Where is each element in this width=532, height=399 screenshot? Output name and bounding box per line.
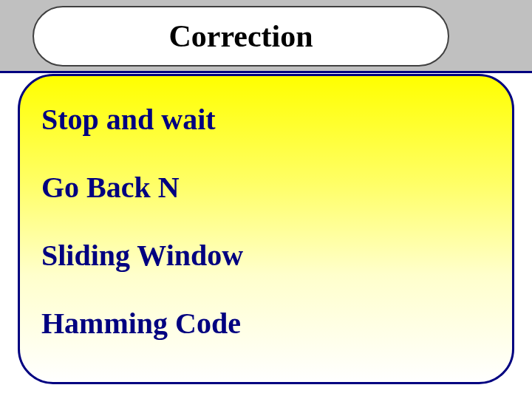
title-lozenge: Correction	[33, 6, 449, 66]
list-item: Go Back N	[41, 171, 485, 204]
list-item: Hamming Code	[41, 307, 485, 340]
item-list: Stop and wait Go Back N Sliding Window H…	[41, 103, 485, 375]
list-item: Stop and wait	[41, 103, 485, 136]
list-item: Sliding Window	[41, 239, 485, 272]
header-underline	[0, 71, 532, 73]
slide-title: Correction	[168, 18, 313, 54]
